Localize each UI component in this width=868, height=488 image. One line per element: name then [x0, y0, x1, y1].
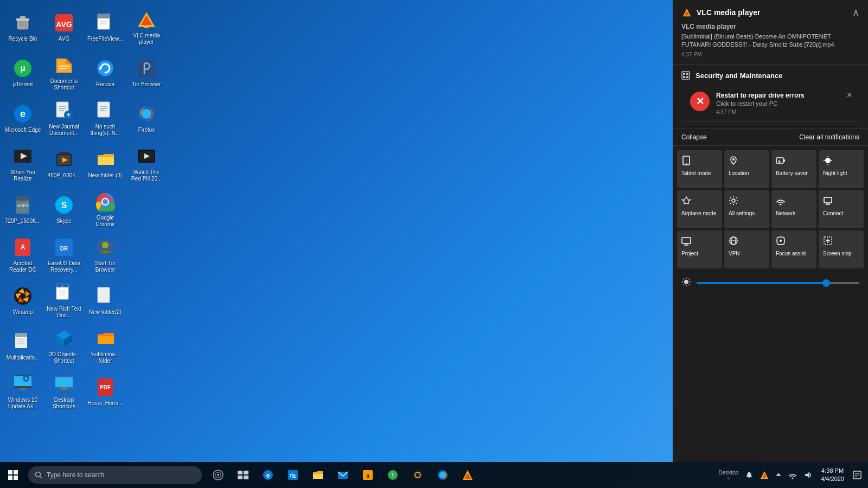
icon-documents-shortcut[interactable]: Documents Shortcut: [44, 51, 84, 94]
restart-title: Restart to repair drive errors: [716, 92, 851, 99]
search-bar[interactable]: Type here to search: [28, 466, 202, 484]
icon-desktop-shortcuts[interactable]: Desktop Shortcuts: [44, 370, 84, 413]
qa-tablet-mode[interactable]: Tablet mode: [677, 150, 722, 188]
vlc-expand-button[interactable]: ∧: [852, 7, 859, 18]
qa-all-settings[interactable]: All settings: [724, 190, 769, 228]
taskbar-amazon-button[interactable]: a: [356, 462, 380, 488]
qa-location[interactable]: Location: [724, 150, 769, 188]
tray-vlc-icon[interactable]: [758, 471, 771, 479]
vlc-notif-content: [Subliminal] (Binural Beats) Become An O…: [681, 33, 859, 49]
svg-rect-133: [238, 471, 242, 474]
icon-winamp-label: Winamp: [13, 309, 33, 316]
icon-new-folder-3[interactable]: New folder (3): [86, 142, 125, 185]
icon-easeus[interactable]: DR EaseUS Data Recovery...: [44, 233, 84, 277]
icon-winamp[interactable]: Winamp: [3, 279, 42, 322]
svg-rect-52: [55, 377, 73, 387]
tray-network-icon[interactable]: [786, 471, 799, 479]
taskbar-edge-button[interactable]: e: [256, 462, 280, 488]
icon-recuva[interactable]: Recuva: [86, 51, 125, 94]
network-icon: [776, 196, 786, 208]
taskbar-tripadvisor-button[interactable]: T: [381, 462, 405, 488]
taskbar-mail-button[interactable]: [331, 462, 355, 488]
icon-480p[interactable]: 480P_600K...: [44, 142, 84, 185]
vlc-notif-title: VLC media player: [681, 7, 761, 18]
icon-subliminal-folder[interactable]: 'sublimina... folder: [86, 324, 125, 368]
svg-text:S: S: [61, 201, 67, 210]
qa-airplane-label: Airplane mode: [681, 210, 716, 217]
icon-watch-red-pill[interactable]: Watch The Red Pill 20...: [127, 142, 166, 185]
taskbar-vlc-button[interactable]: [456, 462, 480, 488]
icon-3d-objects[interactable]: 3D Objects - Shortcut: [44, 324, 84, 368]
restart-close-button[interactable]: ✕: [846, 91, 853, 99]
icon-skype-label: Skype: [56, 218, 72, 224]
icon-new-folder-2[interactable]: New folder(2): [86, 279, 125, 322]
taskbar-store-button[interactable]: 🛍: [281, 462, 305, 488]
icon-google-chrome[interactable]: Google Chrome: [86, 188, 125, 231]
icon-new-rich-text[interactable]: A New Rich Text Doc...: [44, 279, 84, 322]
icon-horus-herm[interactable]: PDF Horus_Herm...: [86, 370, 125, 413]
taskbar-app1-button[interactable]: [406, 462, 430, 488]
qa-vpn[interactable]: VPN: [724, 230, 769, 268]
svg-rect-85: [683, 73, 685, 75]
icon-tor-browser[interactable]: Tor Browser: [127, 51, 166, 94]
collapse-button[interactable]: Collapse: [681, 133, 707, 141]
icon-utorrent[interactable]: µ µTorrent: [3, 51, 42, 94]
taskbar-explorer-button[interactable]: [306, 462, 330, 488]
svg-text:DR: DR: [60, 246, 68, 252]
svg-rect-19: [15, 333, 27, 337]
icon-freefileview[interactable]: FreeFileView...: [86, 5, 125, 49]
task-view-button[interactable]: [231, 462, 255, 488]
icon-microsoft-edge[interactable]: e Microsoft Edge: [3, 97, 42, 140]
icon-avg[interactable]: AVG AVG: [44, 5, 84, 49]
icon-recycle-bin[interactable]: Recycle Bin: [3, 5, 42, 49]
svg-text:🛍: 🛍: [290, 472, 296, 479]
clear-all-button[interactable]: Clear all notifications: [799, 133, 859, 141]
icon-firefox[interactable]: Firefox: [127, 97, 166, 140]
icon-start-tor-browser[interactable]: Start Tor Browser: [86, 233, 125, 277]
brightness-slider[interactable]: [697, 282, 859, 284]
icon-vlc[interactable]: VLC media player: [127, 5, 166, 49]
svg-rect-152: [749, 477, 750, 478]
svg-point-111: [780, 240, 782, 242]
icon-easeus-label: EaseUS Data Recovery...: [46, 260, 82, 273]
tray-volume-icon[interactable]: [801, 471, 814, 479]
qa-all-settings-label: All settings: [729, 210, 755, 217]
qa-night-light[interactable]: Night light: [819, 150, 864, 188]
svg-rect-2: [20, 16, 25, 19]
icon-no-such-thing[interactable]: No such thing(s). N...: [86, 97, 125, 140]
screen-snip-icon: [823, 236, 833, 248]
taskbar-firefox-button[interactable]: [431, 462, 455, 488]
tray-action-center[interactable]: [851, 471, 864, 479]
system-clock[interactable]: 4:38 PM 4/4/2020: [816, 467, 848, 484]
security-maintenance-section: Security and Maintenance ✕ Restart to re…: [673, 65, 868, 129]
icon-when-you-realize[interactable]: When You Realize: [3, 142, 42, 185]
vlc-notif-body: VLC media player [Subliminal] (Binural B…: [673, 21, 868, 65]
qa-airplane-mode[interactable]: Airplane mode: [677, 190, 722, 228]
icon-start-tor-label: Start Tor Browser: [87, 260, 124, 273]
svg-point-149: [439, 472, 446, 478]
icon-tor-browser-label: Tor Browser: [132, 81, 161, 88]
qa-battery-saver[interactable]: Battery saver: [771, 150, 816, 188]
icon-freefileview-label: FreeFileView...: [87, 36, 123, 42]
svg-line-122: [689, 279, 690, 280]
svg-point-90: [686, 163, 687, 164]
qa-network[interactable]: Network: [771, 190, 816, 228]
icon-720p[interactable]: VIDEO 720P_1500K...: [3, 188, 42, 231]
icon-new-journal[interactable]: + New Journal Document...: [44, 97, 84, 140]
qa-connect[interactable]: Connect: [819, 190, 864, 228]
taskbar-icons: e 🛍: [206, 462, 480, 488]
qa-focus-assist[interactable]: Focus assist: [771, 230, 816, 268]
svg-rect-30: [59, 68, 67, 69]
restart-notification[interactable]: ✕ Restart to repair drive errors Click t…: [681, 85, 859, 122]
qa-screen-snip[interactable]: Screen snip: [819, 230, 864, 268]
restart-desc[interactable]: Click to restart your PC: [716, 100, 851, 107]
start-button[interactable]: [0, 462, 26, 488]
tray-notification-icon[interactable]: [743, 471, 756, 479]
icon-acrobat[interactable]: A Acrobat Reader DC: [3, 233, 42, 277]
cortana-button[interactable]: [206, 462, 230, 488]
qa-project[interactable]: Project: [677, 230, 722, 268]
tray-up-arrow[interactable]: [773, 472, 784, 478]
icon-windows10-update[interactable]: Windows 10 Update As...: [3, 370, 42, 413]
icon-skype[interactable]: S Skype: [44, 188, 84, 231]
icon-multiplication[interactable]: Multiplicatio...: [3, 324, 42, 368]
